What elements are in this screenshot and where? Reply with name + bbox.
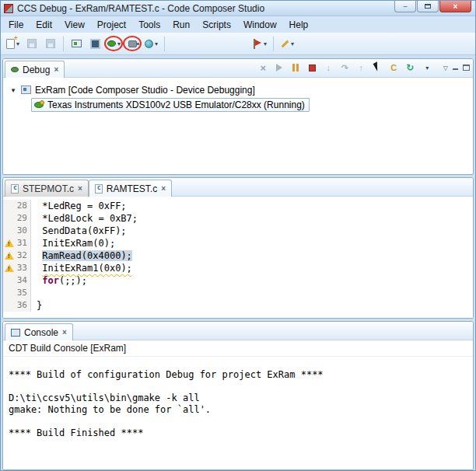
- close-tab-icon[interactable]: ×: [62, 328, 67, 337]
- code-line: 30 SendData(0xFF);: [3, 225, 473, 237]
- terminate-icon: [309, 65, 316, 72]
- expander-icon[interactable]: ▾: [9, 86, 17, 94]
- c-file-icon: [95, 184, 103, 194]
- code-text[interactable]: InitExRam(0);: [31, 238, 473, 249]
- flag-button[interactable]: [250, 35, 269, 53]
- c-file-icon: [11, 184, 19, 194]
- tab-stepmot[interactable]: STEPMOT.c ×: [5, 180, 89, 197]
- refresh-icon: ↻: [406, 62, 414, 73]
- connect-target-button[interactable]: [124, 35, 142, 53]
- code-text[interactable]: InitExRam1(0x0);: [31, 263, 473, 274]
- profile-button[interactable]: [142, 35, 160, 53]
- keyword-token: for: [42, 275, 59, 286]
- tab-label: Debug: [23, 65, 50, 75]
- close-tab-icon[interactable]: ×: [78, 184, 82, 193]
- debug-tabbar: Debug × ↓ ↷ ↑ C ↻ ▽: [3, 59, 473, 78]
- new-button[interactable]: [4, 35, 22, 53]
- debug-bug-icon: [107, 40, 116, 47]
- save-all-icon: [46, 39, 55, 48]
- menu-window[interactable]: Window: [237, 18, 283, 32]
- code-lines[interactable]: 28 *LedReg = 0xFF;29 *Led8Lock = 0xB7;30…: [3, 197, 473, 319]
- highlight-tool-button[interactable]: [278, 35, 296, 53]
- debug-dropdown-button[interactable]: [420, 61, 433, 74]
- save-all-button[interactable]: [41, 35, 59, 53]
- title-bar[interactable]: CCS Debug - ExRam/RAMTEST.c - Code Compo…: [1, 1, 475, 16]
- warning-icon[interactable]: [3, 249, 15, 262]
- save-button[interactable]: [23, 35, 40, 53]
- refresh-button[interactable]: ↻: [404, 61, 417, 74]
- remove-all-button[interactable]: [257, 61, 270, 74]
- selected-core-node[interactable]: Texas Instruments XDS100v2 USB Emulator/…: [31, 98, 310, 112]
- toolbar-separator: [273, 37, 274, 51]
- code-text[interactable]: *Led8Lock = 0xB7;: [31, 213, 473, 224]
- maximize-view-icon[interactable]: [463, 65, 470, 71]
- menu-tools[interactable]: Tools: [132, 18, 166, 32]
- minimize-button[interactable]: –: [394, 1, 416, 12]
- tab-debug[interactable]: Debug ×: [5, 61, 65, 78]
- core-label: Texas Instruments XDS100v2 USB Emulator/…: [47, 99, 305, 110]
- suspend-button[interactable]: [289, 61, 303, 74]
- debug-toolbar: ↓ ↷ ↑ C ↻ ▽: [257, 61, 470, 77]
- code-line: 35: [3, 287, 473, 299]
- line-number: 32: [15, 249, 31, 262]
- code-text[interactable]: RamRead(0x4000);: [31, 250, 473, 261]
- code-token: *Led8Lock = 0xB7;: [37, 213, 138, 224]
- code-text[interactable]: }: [31, 300, 473, 311]
- debug-button[interactable]: [105, 35, 123, 53]
- pointer-mode-button[interactable]: [371, 61, 384, 74]
- launch-label: ExRam [Code Composer Studio - Device Deb…: [35, 85, 255, 96]
- launch-config-icon: [21, 85, 31, 94]
- code-token: InitExRam1(0x0);: [42, 263, 132, 274]
- code-text[interactable]: for(;;);: [31, 275, 473, 286]
- editor-area: STEPMOT.c × RAMTEST.c × 28 *LedReg = 0xF…: [2, 177, 474, 319]
- app-icon: [4, 4, 13, 13]
- wand-icon: [280, 39, 289, 48]
- profile-icon: [145, 40, 153, 48]
- console-line: [9, 381, 473, 392]
- tab-ramtest[interactable]: RAMTEST.c ×: [89, 180, 172, 197]
- warning-icon[interactable]: [3, 237, 15, 249]
- view-menu-icon[interactable]: ▽: [443, 65, 448, 72]
- target-config-icon: [72, 40, 82, 47]
- tab-console[interactable]: Console ×: [5, 323, 73, 340]
- toolbar-separator: [164, 37, 165, 51]
- console-line: D:\ti\ccsv5\utils\bin\gmake -k all: [9, 392, 473, 404]
- menu-view[interactable]: View: [58, 18, 91, 32]
- step-return-button[interactable]: ↑: [355, 61, 368, 74]
- marker-gutter: [3, 299, 15, 312]
- code-text[interactable]: SendData(0xFF);: [31, 225, 473, 236]
- step-over-button[interactable]: ↷: [338, 61, 352, 74]
- marker-gutter: [3, 274, 15, 287]
- code-token: *LedReg = 0xFF;: [37, 201, 127, 211]
- minimize-view-icon[interactable]: [452, 65, 459, 71]
- new-target-config-button[interactable]: [68, 35, 86, 53]
- close-tab-icon[interactable]: ×: [54, 65, 58, 74]
- console-body[interactable]: **** Build of configuration Debug for pr…: [3, 357, 473, 470]
- code-text[interactable]: *LedReg = 0xFF;: [31, 201, 473, 211]
- flash-chip-icon: [92, 40, 99, 47]
- resume-icon: [276, 64, 282, 72]
- menu-run[interactable]: Run: [166, 18, 196, 32]
- menu-project[interactable]: Project: [91, 18, 132, 32]
- warning-icon[interactable]: [3, 262, 15, 274]
- menu-scripts[interactable]: Scripts: [196, 18, 237, 32]
- debug-launch-row[interactable]: ▾ ExRam [Code Composer Studio - Device D…: [3, 82, 473, 97]
- c28xx-button[interactable]: C: [387, 61, 401, 74]
- menu-help[interactable]: Help: [283, 18, 315, 32]
- maximize-button[interactable]: [417, 1, 439, 12]
- menu-edit[interactable]: Edit: [30, 18, 58, 32]
- step-into-icon: ↓: [327, 63, 331, 72]
- terminate-button[interactable]: [306, 61, 319, 74]
- close-tab-icon[interactable]: ×: [161, 184, 166, 193]
- debug-view: Debug × ↓ ↷ ↑ C ↻ ▽: [2, 58, 474, 175]
- close-button[interactable]: ×: [439, 1, 471, 12]
- debug-view-icon: [11, 67, 19, 72]
- debug-core-row[interactable]: Texas Instruments XDS100v2 USB Emulator/…: [25, 97, 473, 112]
- flash-button[interactable]: [86, 35, 104, 53]
- menu-file[interactable]: File: [2, 18, 30, 32]
- step-into-button[interactable]: ↓: [322, 61, 335, 74]
- line-number: 33: [15, 262, 31, 274]
- code-line: 29 *Led8Lock = 0xB7;: [3, 212, 473, 225]
- core-running-icon: [34, 102, 44, 108]
- resume-button[interactable]: [273, 61, 286, 74]
